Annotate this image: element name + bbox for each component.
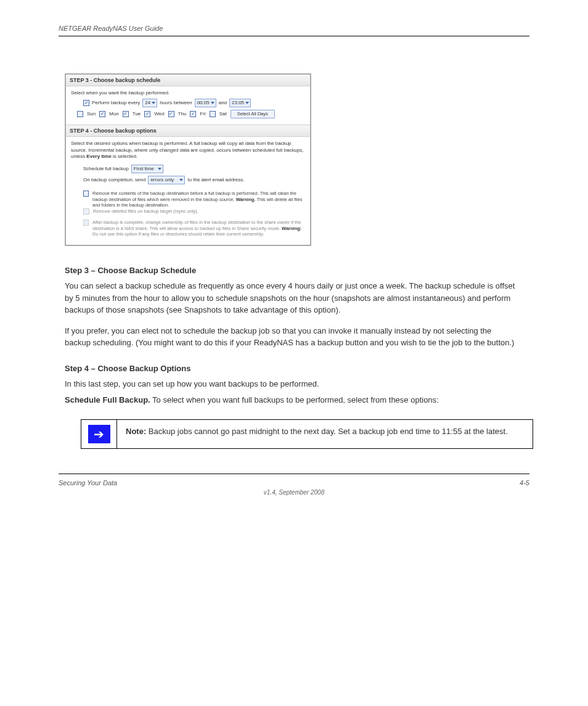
schedule-full-label: Schedule full backup (83, 166, 129, 172)
note-text: Note: Backup jobs cannot go past midnigh… (117, 420, 517, 448)
opt2-b: Do not use this option if any files or d… (92, 231, 264, 237)
day-fri-checkbox[interactable]: ✓ (190, 111, 196, 117)
section1-para1: You can select a backup schedule as freq… (65, 280, 517, 316)
day-label: Tue (133, 111, 141, 117)
send-label-b: to the alert email address. (187, 177, 244, 183)
day-label: Sun (87, 111, 96, 117)
section2-sub: Schedule Full Backup. To select when you… (65, 394, 517, 406)
perform-label-a: Perform backup every (92, 100, 140, 106)
day-label: Sat (219, 111, 227, 117)
remove-deleted-checkbox[interactable]: ✓ (83, 208, 89, 215)
every-hours-select[interactable]: 24 (142, 99, 157, 107)
end-time-select[interactable]: 23:05 (229, 99, 251, 107)
select-all-days-button[interactable]: Select All Days (231, 110, 275, 118)
section1-para2: If you prefer, you can elect not to sche… (65, 325, 517, 349)
day-mon-checkbox[interactable]: ✓ (99, 111, 105, 117)
body-text: Step 3 – Choose Backup Schedule You can … (65, 265, 517, 449)
note-label: Note: (126, 427, 146, 436)
perform-backup-checkbox[interactable]: ✓ (83, 100, 89, 106)
step-4: STEP 4 - Choose backup options Select th… (66, 125, 310, 244)
note-body: Backup jobs cannot go past midnight to t… (146, 427, 508, 436)
remove-contents-checkbox[interactable]: ✓ (83, 191, 89, 197)
day-label: Wed (154, 111, 164, 117)
opt1b-text: Remove deleted files on backup target (r… (93, 208, 198, 215)
step-3: STEP 3 - Choose backup schedule Select w… (66, 75, 310, 125)
opt2-warn: Warning: (282, 226, 301, 231)
step4-title: STEP 4 - Choose backup options (66, 125, 310, 137)
note-box: ➔ Note: Backup jobs cannot go past midni… (81, 419, 533, 449)
day-label: Fri (200, 111, 205, 117)
schedule-full-select[interactable]: First time (131, 165, 163, 173)
opt2-text: After backup is complete, change ownersh… (92, 220, 305, 237)
day-tue-checkbox[interactable]: ✓ (123, 111, 129, 117)
section2-sub-label: Schedule Full Backup. (65, 395, 150, 404)
perform-label-b: hours between (160, 100, 192, 106)
note-icon-cell: ➔ (81, 420, 117, 448)
opt1-warn: Warning. (236, 197, 256, 202)
day-thu-checkbox[interactable]: ✓ (168, 111, 174, 117)
step4-intro: Select the desired options when backup i… (71, 141, 305, 160)
footer-right: 4-5 (520, 479, 529, 486)
section2-para: In this last step, you can set up how yo… (65, 378, 517, 390)
and-label: and (219, 100, 227, 106)
day-label: Thu (178, 111, 187, 117)
step3-title: STEP 3 - Choose backup schedule (66, 75, 310, 86)
step4-intro-bold: Every time (86, 154, 111, 159)
day-wed-checkbox[interactable]: ✓ (144, 111, 150, 117)
opt1-text: Remove the contents of the backup destin… (92, 191, 305, 208)
send-select[interactable]: errors only (148, 176, 185, 184)
top-rule (59, 36, 529, 36)
arrow-icon: ➔ (88, 425, 110, 443)
footer-version: v1.4, September 2008 (59, 489, 529, 496)
header-title: NETGEAR ReadyNAS User Guide (59, 25, 163, 32)
step4-intro-b: is selected. (112, 154, 137, 159)
wizard-panel: STEP 3 - Choose backup schedule Select w… (65, 73, 311, 246)
day-label: Mon (109, 111, 119, 117)
start-time-select[interactable]: 00:05 (195, 99, 216, 107)
section2-title: Step 4 – Choose Backup Options (65, 363, 517, 375)
send-label-a: On backup completion, send (83, 177, 145, 183)
footer-left: Securing Your Data (59, 479, 117, 486)
section1-title: Step 3 – Choose Backup Schedule (65, 265, 517, 277)
day-sat-checkbox[interactable]: ✓ (210, 111, 216, 117)
section2-sub-text: To select when you want full backups to … (150, 395, 439, 404)
opt2-a: After backup is complete, change ownersh… (92, 220, 301, 231)
change-ownership-checkbox[interactable]: ✓ (83, 220, 89, 226)
bottom-rule (59, 474, 529, 474)
day-sun-checkbox[interactable]: ✓ (77, 111, 83, 117)
step3-intro: Select when you want the backup performe… (71, 90, 305, 96)
